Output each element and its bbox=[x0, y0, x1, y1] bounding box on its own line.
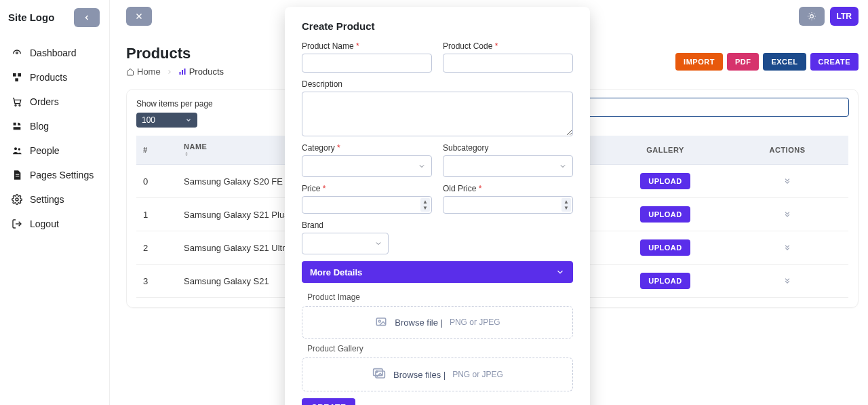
label-text: Product Code bbox=[443, 41, 492, 51]
sidebar-nav: Dashboard Products Orders Blog People bbox=[5, 41, 104, 236]
product-name-input[interactable] bbox=[302, 54, 432, 73]
sidebar-item-settings[interactable]: Settings bbox=[5, 187, 104, 212]
required-marker: * bbox=[337, 143, 340, 153]
items-per-page-value: 100 bbox=[142, 115, 155, 125]
browse-files-text: Browse files | bbox=[393, 370, 446, 380]
subcategory-select[interactable] bbox=[443, 155, 573, 177]
row-actions bbox=[726, 198, 848, 231]
row-index: 1 bbox=[136, 198, 177, 231]
actions-menu-button[interactable] bbox=[733, 209, 842, 218]
description-textarea[interactable] bbox=[302, 92, 573, 136]
chevron-down-icon bbox=[418, 162, 426, 170]
sidebar-item-label: Dashboard bbox=[30, 47, 77, 58]
product-gallery-upload[interactable]: Browse files | PNG or JPEG bbox=[302, 358, 573, 391]
breadcrumb-home[interactable]: Home bbox=[126, 66, 161, 77]
logout-icon bbox=[11, 218, 23, 229]
upload-hint: PNG or JPEG bbox=[450, 317, 500, 327]
sidebar-item-orders[interactable]: Orders bbox=[5, 90, 104, 114]
row-gallery: UPLOAD bbox=[604, 198, 726, 231]
sidebar-item-people[interactable]: People bbox=[5, 138, 104, 163]
svg-rect-0 bbox=[13, 73, 16, 77]
chevron-down-icon bbox=[559, 162, 567, 170]
svg-rect-22 bbox=[179, 72, 180, 75]
upload-button[interactable]: UPLOAD bbox=[640, 273, 690, 289]
brand-label: Brand bbox=[302, 220, 573, 230]
images-icon bbox=[372, 368, 387, 381]
row-actions bbox=[726, 165, 848, 198]
theme-toggle-button[interactable] bbox=[799, 7, 825, 26]
button-label: PDF bbox=[735, 58, 751, 66]
row-gallery: UPLOAD bbox=[604, 165, 726, 198]
svg-rect-2 bbox=[15, 78, 18, 81]
old-price-input[interactable]: ▲▼ bbox=[443, 196, 573, 214]
category-label: Category * bbox=[302, 143, 432, 153]
actions-menu-button[interactable] bbox=[733, 242, 842, 252]
svg-rect-7 bbox=[16, 174, 19, 175]
svg-line-17 bbox=[814, 18, 814, 19]
chart-icon bbox=[178, 68, 186, 76]
svg-point-4 bbox=[19, 104, 20, 106]
sidebar-item-dashboard[interactable]: Dashboard bbox=[5, 41, 104, 65]
button-label: IMPORT bbox=[684, 58, 715, 66]
import-button[interactable]: IMPORT bbox=[675, 53, 723, 71]
actions-menu-button[interactable] bbox=[733, 275, 842, 285]
more-details-toggle[interactable]: More Details bbox=[302, 261, 573, 283]
column-gallery: GALLERY bbox=[604, 136, 726, 165]
upload-hint: PNG or JPEG bbox=[452, 370, 503, 379]
number-spinner-icon: ▲▼ bbox=[420, 198, 430, 212]
product-gallery-label: Product Gallery bbox=[307, 344, 573, 353]
sidebar-item-blog[interactable]: Blog bbox=[5, 114, 104, 138]
chevron-right-icon bbox=[166, 69, 173, 75]
chevron-down-icon bbox=[374, 239, 382, 248]
label-text: Category bbox=[302, 143, 335, 153]
items-per-page-select[interactable]: 100 bbox=[136, 113, 197, 128]
svg-point-5 bbox=[14, 147, 17, 150]
direction-toggle-button[interactable]: LTR bbox=[830, 7, 859, 26]
column-actions: ACTIONS bbox=[726, 136, 848, 165]
users-icon bbox=[11, 145, 23, 156]
column-index[interactable]: # bbox=[136, 136, 177, 165]
product-code-label: Product Code * bbox=[443, 41, 573, 51]
brand-select[interactable] bbox=[302, 233, 389, 254]
excel-button[interactable]: EXCEL bbox=[763, 53, 806, 71]
category-select[interactable] bbox=[302, 155, 432, 177]
label-text: Old Price bbox=[443, 184, 476, 193]
row-index: 0 bbox=[136, 165, 177, 198]
svg-line-16 bbox=[808, 14, 809, 14]
svg-point-13 bbox=[810, 15, 813, 18]
price-input[interactable]: ▲▼ bbox=[302, 196, 432, 214]
breadcrumb-home-label: Home bbox=[137, 66, 161, 77]
search-input[interactable] bbox=[571, 98, 849, 117]
home-icon bbox=[126, 68, 134, 76]
sidebar-collapse-button[interactable] bbox=[74, 8, 100, 27]
upload-button[interactable]: UPLOAD bbox=[640, 239, 690, 256]
product-image-label: Product Image bbox=[307, 292, 573, 302]
upload-button[interactable]: UPLOAD bbox=[640, 206, 690, 223]
create-button[interactable]: CREATE bbox=[810, 53, 859, 71]
chevron-down-icon bbox=[185, 117, 192, 123]
chevron-left-icon bbox=[83, 14, 91, 22]
sidebar-item-pages-settings[interactable]: Pages Settings bbox=[5, 163, 104, 187]
upload-button[interactable]: UPLOAD bbox=[640, 173, 690, 189]
sidebar-item-products[interactable]: Products bbox=[5, 65, 104, 90]
sidebar-item-label: Settings bbox=[30, 194, 64, 205]
product-image-upload[interactable]: Browse file | PNG or JPEG bbox=[302, 306, 573, 339]
number-spinner-icon: ▲▼ bbox=[561, 198, 571, 212]
sidebar-item-logout[interactable]: Logout bbox=[5, 212, 104, 236]
image-icon bbox=[374, 316, 388, 328]
svg-point-9 bbox=[16, 198, 18, 201]
old-price-label: Old Price * bbox=[443, 184, 573, 193]
column-name-label: NAME bbox=[184, 142, 207, 151]
sidebar-item-label: Blog bbox=[30, 121, 49, 132]
description-label: Description bbox=[302, 79, 573, 89]
sidebar-item-label: Orders bbox=[30, 96, 59, 107]
more-details-label: More Details bbox=[310, 267, 362, 277]
close-button[interactable] bbox=[126, 7, 152, 26]
product-code-input[interactable] bbox=[443, 54, 573, 73]
cart-icon bbox=[11, 96, 23, 107]
sun-icon bbox=[807, 12, 816, 21]
chevron-down-icon bbox=[555, 267, 565, 277]
pdf-button[interactable]: PDF bbox=[727, 53, 760, 71]
actions-menu-button[interactable] bbox=[733, 176, 842, 185]
create-submit-button[interactable]: CREATE bbox=[302, 398, 355, 405]
